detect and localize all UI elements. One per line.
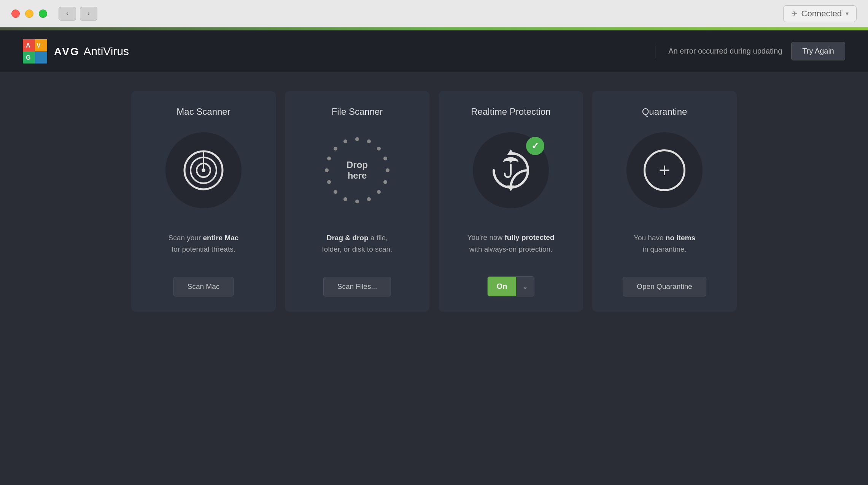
app-header: A V G AVG AntiVirus An error occurred du… xyxy=(0,30,868,72)
svg-point-12 xyxy=(355,137,359,141)
quarantine-card: Quarantine + You have no itemsin quarant… xyxy=(592,91,737,312)
svg-point-20 xyxy=(355,200,359,203)
file-scanner-icon-circle[interactable]: Drop here xyxy=(319,132,395,208)
svg-point-26 xyxy=(334,147,337,151)
scan-radar-icon xyxy=(181,147,226,193)
svg-rect-3 xyxy=(35,51,47,63)
svg-text:V: V xyxy=(37,42,41,49)
svg-point-16 xyxy=(386,168,389,172)
quarantine-desc: You have no itemsin quarantine. xyxy=(634,232,695,255)
antivirus-label: AntiVirus xyxy=(84,45,129,58)
svg-point-21 xyxy=(343,197,347,201)
realtime-protection-desc: You're now fully protectedwith always-on… xyxy=(467,232,555,255)
cards-grid: Mac Scanner Scan your entire Macfor pote… xyxy=(0,72,868,331)
back-button[interactable]: ‹ xyxy=(59,7,76,21)
svg-point-15 xyxy=(383,157,387,160)
svg-point-27 xyxy=(343,139,347,143)
quarantine-icon-circle: + xyxy=(626,132,703,208)
scan-mac-button[interactable]: Scan Mac xyxy=(173,277,234,296)
plus-icon: + xyxy=(659,160,670,180)
mac-scanner-desc: Scan your entire Macfor potential threat… xyxy=(169,232,239,255)
logo-area: A V G AVG AntiVirus xyxy=(23,39,129,63)
mac-scanner-card: Mac Scanner Scan your entire Macfor pote… xyxy=(131,91,276,312)
chevron-down-icon: ▾ xyxy=(846,10,849,17)
svg-point-22 xyxy=(334,190,337,194)
connected-status[interactable]: ✈ Connected ▾ xyxy=(783,5,857,22)
svg-point-17 xyxy=(383,180,387,184)
realtime-protection-title: Realtime Protection xyxy=(471,106,550,117)
quarantine-title: Quarantine xyxy=(642,106,687,117)
forward-button[interactable]: › xyxy=(80,7,97,21)
separator xyxy=(655,44,655,59)
file-scanner-card: File Scanner xyxy=(285,91,429,312)
toggle-arrow-icon[interactable]: ⌄ xyxy=(516,277,534,296)
realtime-protection-icon-circle: ✓ xyxy=(473,132,549,208)
accent-bar xyxy=(0,27,868,30)
connected-label: Connected xyxy=(801,9,842,19)
close-button[interactable] xyxy=(11,10,20,18)
svg-point-24 xyxy=(325,168,329,172)
nav-buttons: ‹ › xyxy=(59,7,97,21)
scan-files-button[interactable]: Scan Files... xyxy=(323,277,391,296)
avg-label: AVG xyxy=(54,46,80,58)
maximize-button[interactable] xyxy=(39,10,47,18)
protection-icon xyxy=(488,147,534,193)
file-scanner-desc: Drag & drop a file,folder, or disk to sc… xyxy=(322,232,393,255)
svg-point-23 xyxy=(327,180,331,184)
open-quarantine-button[interactable]: Open Quarantine xyxy=(623,277,706,296)
logo-brand: AVG AntiVirus xyxy=(54,45,129,58)
drop-here-label: Drop here xyxy=(347,160,368,181)
mac-scanner-icon-circle xyxy=(165,132,242,208)
checkmark-badge: ✓ xyxy=(526,137,544,155)
svg-point-18 xyxy=(377,190,381,194)
svg-point-25 xyxy=(327,157,331,160)
connected-icon: ✈ xyxy=(791,9,798,18)
plus-circle: + xyxy=(644,149,685,191)
minimize-button[interactable] xyxy=(25,10,33,18)
try-again-button[interactable]: Try Again xyxy=(791,42,845,60)
svg-point-13 xyxy=(367,139,371,143)
toggle-on-label[interactable]: On xyxy=(488,277,517,296)
svg-point-14 xyxy=(377,147,381,151)
mac-scanner-title: Mac Scanner xyxy=(176,106,230,117)
file-scanner-title: File Scanner xyxy=(332,106,383,117)
svg-text:G: G xyxy=(26,54,30,61)
window-controls xyxy=(11,10,47,18)
realtime-protection-card: Realtime Protection ✓ You're now full xyxy=(439,91,583,312)
update-area: An error occurred during updating Try Ag… xyxy=(651,42,845,60)
titlebar: ‹ › ✈ Connected ▾ xyxy=(0,0,868,27)
update-error-text: An error occurred during updating xyxy=(668,47,782,55)
app-content: A V G AVG AntiVirus An error occurred du… xyxy=(0,30,868,485)
protection-toggle[interactable]: On ⌄ xyxy=(487,276,535,296)
svg-text:A: A xyxy=(26,42,30,49)
avg-logo-icon: A V G xyxy=(23,39,47,63)
svg-point-19 xyxy=(367,197,371,201)
